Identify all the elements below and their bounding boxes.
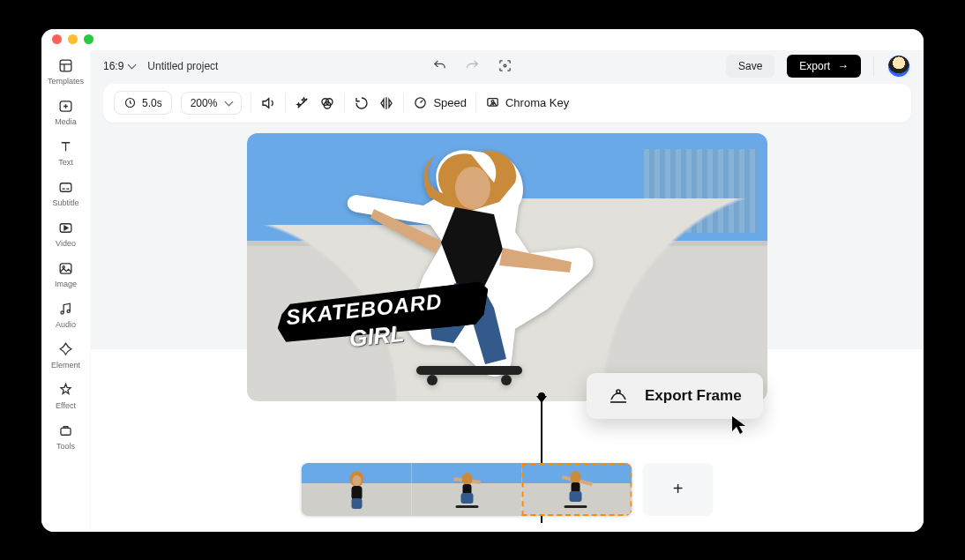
- zoom-chip[interactable]: 200%: [181, 92, 243, 115]
- tools-icon: [57, 422, 74, 439]
- svg-point-6: [61, 310, 64, 313]
- flip-icon[interactable]: [378, 95, 394, 111]
- svg-point-30: [570, 471, 580, 483]
- sidebar-item-subtitle[interactable]: Subtitle: [41, 179, 90, 207]
- sidebar-item-label: Tools: [56, 442, 75, 451]
- window-titlebar: [41, 29, 924, 50]
- svg-rect-29: [455, 505, 478, 508]
- media-icon: [57, 98, 74, 115]
- speed-label: Speed: [433, 96, 467, 109]
- video-icon: [57, 220, 74, 236]
- focus-icon[interactable]: [497, 58, 512, 73]
- chroma-key-icon: [485, 95, 500, 110]
- svg-rect-33: [564, 505, 587, 508]
- sidebar-item-label: Element: [51, 361, 80, 370]
- svg-rect-18: [416, 366, 522, 375]
- divider: [251, 93, 251, 113]
- rotate-icon[interactable]: [354, 95, 370, 111]
- export-frame-menu-item[interactable]: Export Frame: [645, 387, 742, 405]
- svg-point-20: [501, 375, 512, 385]
- sidebar-item-label: Text: [58, 158, 73, 167]
- svg-point-7: [67, 310, 70, 312]
- svg-point-23: [352, 475, 361, 486]
- aspect-ratio-selector[interactable]: 16:9: [103, 60, 135, 72]
- sidebar-item-label: Media: [55, 117, 77, 126]
- timeline-clip[interactable]: [412, 463, 522, 516]
- sidebar-item-label: Templates: [48, 77, 84, 86]
- divider: [403, 93, 404, 113]
- svg-point-9: [504, 64, 506, 67]
- canvas-area: SKATEBOARD GIRL Export Frame: [91, 128, 924, 532]
- svg-point-17: [455, 167, 490, 209]
- svg-rect-4: [60, 263, 71, 273]
- svg-point-21: [617, 390, 620, 393]
- sidebar-item-media[interactable]: Media: [41, 98, 90, 126]
- color-filter-icon[interactable]: [319, 95, 335, 111]
- sidebar-item-element[interactable]: Element: [41, 341, 90, 370]
- svg-point-19: [427, 375, 438, 385]
- sidebar-item-label: Audio: [56, 320, 76, 329]
- divider: [475, 93, 476, 113]
- clip-thumbnail: [340, 468, 373, 511]
- volume-icon[interactable]: [260, 95, 276, 111]
- sidebar-item-label: Effect: [56, 401, 76, 410]
- clip-toolbar: 5.0s 200% Speed: [103, 84, 911, 123]
- audio-icon: [57, 301, 74, 317]
- header-bar: 16:9 Untitled project Save Export: [91, 50, 924, 82]
- timeline-clip[interactable]: [522, 463, 632, 516]
- clip-thumbnail: [560, 468, 594, 511]
- subtitle-icon: [57, 179, 74, 196]
- element-icon: [57, 341, 74, 358]
- divider: [344, 93, 345, 113]
- sidebar-item-video[interactable]: Video: [41, 220, 90, 248]
- redo-icon[interactable]: [465, 58, 480, 73]
- save-button[interactable]: Save: [726, 55, 774, 78]
- duration-chip[interactable]: 5.0s: [114, 91, 172, 115]
- sidebar-item-effect[interactable]: Effect: [41, 382, 90, 410]
- clock-icon: [123, 96, 137, 109]
- svg-point-26: [461, 473, 472, 485]
- svg-rect-28: [460, 493, 473, 504]
- window-maximize-icon[interactable]: [84, 34, 94, 44]
- skater-figure: [339, 144, 603, 391]
- context-menu: Export Frame: [587, 373, 763, 419]
- timeline-clip[interactable]: [302, 463, 412, 516]
- svg-rect-2: [60, 183, 71, 191]
- export-button[interactable]: Export: [787, 55, 861, 78]
- sidebar-item-tools[interactable]: Tools: [41, 422, 90, 451]
- user-avatar[interactable]: [886, 54, 911, 78]
- sidebar-item-text[interactable]: Text: [41, 138, 90, 167]
- sidebar-item-audio[interactable]: Audio: [41, 301, 90, 329]
- speed-button[interactable]: Speed: [413, 95, 467, 110]
- svg-rect-0: [60, 60, 71, 71]
- window-minimize-icon[interactable]: [68, 34, 78, 44]
- main-area: 16:9 Untitled project Save Export: [91, 50, 924, 532]
- app-window: Templates Media Text Subtitle Video Imag…: [41, 29, 924, 532]
- aspect-ratio-value: 16:9: [103, 60, 123, 72]
- chroma-key-button[interactable]: Chroma Key: [485, 95, 569, 110]
- undo-icon[interactable]: [432, 58, 447, 73]
- export-frame-icon: [608, 385, 629, 407]
- left-sidebar: Templates Media Text Subtitle Video Imag…: [41, 50, 91, 532]
- sidebar-item-label: Subtitle: [52, 198, 79, 207]
- add-clip-button[interactable]: +: [643, 463, 714, 516]
- clip-thumbnail: [450, 468, 483, 511]
- zoom-value: 200%: [191, 97, 218, 109]
- svg-rect-25: [351, 498, 362, 509]
- magic-icon[interactable]: [295, 95, 310, 111]
- timeline: +: [302, 463, 714, 516]
- svg-rect-24: [351, 486, 362, 500]
- window-close-icon[interactable]: [52, 34, 62, 44]
- duration-value: 5.0s: [142, 97, 162, 109]
- cursor-icon: [731, 415, 747, 435]
- sidebar-item-label: Video: [56, 239, 76, 248]
- divider: [873, 56, 874, 76]
- svg-rect-8: [61, 428, 71, 435]
- add-clip-icon: +: [673, 479, 684, 499]
- sidebar-item-templates[interactable]: Templates: [41, 57, 90, 86]
- sidebar-item-image[interactable]: Image: [41, 260, 90, 288]
- export-button-label: Export: [799, 60, 830, 72]
- preview-canvas[interactable]: SKATEBOARD GIRL: [247, 133, 767, 401]
- image-icon: [57, 260, 74, 277]
- project-title[interactable]: Untitled project: [147, 60, 218, 72]
